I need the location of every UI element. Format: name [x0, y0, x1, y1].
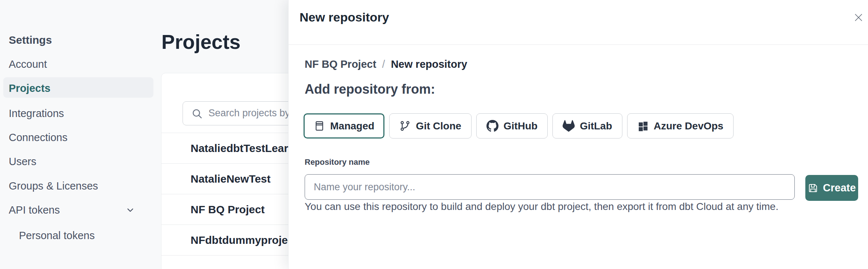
sidebar-item-api-tokens[interactable]: API tokens	[9, 203, 60, 217]
create-button[interactable]: Create	[805, 175, 858, 201]
sidebar-item-groups-licenses[interactable]: Groups & Licenses	[9, 179, 98, 193]
breadcrumb-project-link[interactable]: NF BQ Project	[305, 58, 376, 70]
azure-devops-icon	[637, 120, 649, 132]
repository-source-options: Managed Git Clone GitHub GitLab Azure De…	[304, 113, 734, 139]
git-clone-option-button[interactable]: Git Clone	[389, 113, 471, 139]
github-option-button[interactable]: GitHub	[476, 113, 548, 139]
add-repository-heading: Add repository from:	[305, 82, 435, 97]
modal-header: New repository	[289, 0, 868, 45]
breadcrumb: NF BQ Project / New repository	[305, 58, 467, 70]
settings-page: Settings Account Projects Integrations C…	[0, 0, 868, 269]
sidebar-item-users[interactable]: Users	[9, 154, 36, 169]
breadcrumb-separator: /	[382, 58, 385, 70]
close-button[interactable]	[851, 10, 866, 25]
page-title: Projects	[161, 30, 241, 54]
git-branch-icon	[399, 120, 411, 132]
repository-helper-text: You can use this repository to build and…	[305, 201, 778, 213]
search-icon	[191, 108, 203, 120]
sidebar-item-connections[interactable]: Connections	[9, 130, 67, 145]
save-icon	[808, 183, 818, 194]
managed-option-button[interactable]: Managed	[304, 113, 384, 139]
azure-devops-option-button[interactable]: Azure DevOps	[627, 113, 734, 139]
new-repository-modal: New repository NF BQ Project / New repos…	[288, 0, 868, 269]
close-icon	[853, 12, 864, 23]
sidebar-item-integrations[interactable]: Integrations	[9, 106, 64, 121]
settings-heading: Settings	[9, 34, 52, 46]
modal-title: New repository	[300, 10, 389, 24]
managed-repo-icon	[314, 120, 325, 132]
sidebar-item-account[interactable]: Account	[9, 57, 47, 71]
repository-name-label: Repository name	[305, 157, 370, 167]
gitlab-icon	[563, 120, 575, 132]
github-icon	[486, 120, 498, 132]
sidebar-item-personal-tokens[interactable]: Personal tokens	[19, 228, 95, 243]
sidebar-item-projects[interactable]: Projects	[9, 81, 50, 95]
gitlab-option-button[interactable]: GitLab	[552, 113, 622, 139]
chevron-down-icon[interactable]	[125, 205, 135, 217]
breadcrumb-current: New repository	[391, 58, 468, 70]
repository-name-input[interactable]	[305, 174, 795, 200]
